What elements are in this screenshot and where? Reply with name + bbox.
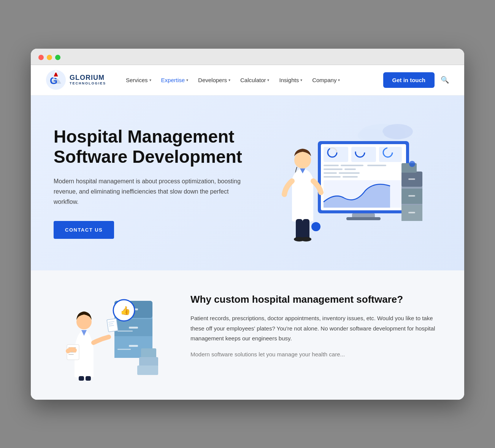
search-button[interactable]: 🔍 <box>441 76 449 84</box>
svg-point-6 <box>382 124 413 139</box>
why-text-1: Patient records, prescriptions, doctor a… <box>190 313 441 343</box>
svg-rect-28 <box>346 217 381 220</box>
chevron-down-icon: ▾ <box>267 78 269 82</box>
svg-rect-55 <box>141 348 156 358</box>
traffic-light-yellow[interactable] <box>47 55 52 60</box>
why-illustration: 👍 <box>54 289 168 381</box>
hero-svg <box>265 118 424 248</box>
svg-rect-12 <box>379 147 402 162</box>
nav-item-company[interactable]: Company ▾ <box>308 74 344 86</box>
svg-rect-35 <box>408 212 415 213</box>
svg-point-43 <box>409 161 415 167</box>
chevron-down-icon: ▾ <box>338 78 340 82</box>
nav-links: Services ▾ Expertise ▾ Developers ▾ Calc… <box>121 74 383 86</box>
chevron-down-icon: ▾ <box>300 78 302 82</box>
svg-rect-22 <box>324 172 337 174</box>
svg-rect-54 <box>117 349 131 350</box>
svg-rect-51 <box>129 345 138 347</box>
svg-rect-38 <box>296 219 303 240</box>
svg-point-7 <box>358 129 384 142</box>
contact-us-button[interactable]: CONTACT US <box>54 221 114 239</box>
hero-section: Hospital Management Software Development… <box>31 95 464 270</box>
svg-rect-24 <box>324 176 341 178</box>
svg-rect-65 <box>86 376 91 381</box>
logo-brand: GLORIUM <box>70 74 106 82</box>
svg-rect-25 <box>343 176 358 178</box>
logo-sub: TECHNOLOGIES <box>70 82 106 86</box>
traffic-light-green[interactable] <box>55 55 60 60</box>
chevron-down-icon: ▾ <box>228 78 230 82</box>
svg-rect-20 <box>324 168 343 170</box>
svg-rect-57 <box>137 365 158 375</box>
svg-rect-50 <box>129 327 138 329</box>
why-section: 👍 Why custom hospital management softwar… <box>31 270 464 400</box>
navbar: G GLORIUM TECHNOLOGIES Services ▾ Expert… <box>31 65 464 95</box>
svg-rect-34 <box>408 195 415 197</box>
svg-point-4 <box>55 70 57 73</box>
why-text-2: Modern software solutions let you manage… <box>190 350 441 359</box>
svg-rect-23 <box>339 172 360 174</box>
logo-icon: G <box>46 70 66 90</box>
svg-point-41 <box>301 237 311 241</box>
traffic-light-red[interactable] <box>38 55 44 60</box>
hero-description: Modern hospital management is about proc… <box>54 176 244 207</box>
svg-rect-33 <box>408 178 415 180</box>
nav-item-calculator[interactable]: Calculator ▾ <box>236 74 274 86</box>
svg-rect-19 <box>367 165 386 166</box>
nav-item-expertise[interactable]: Expertise ▾ <box>157 74 193 86</box>
svg-point-37 <box>294 152 311 168</box>
svg-text:👍: 👍 <box>120 305 131 316</box>
svg-rect-18 <box>341 165 363 166</box>
svg-rect-21 <box>344 168 356 170</box>
traffic-lights <box>38 55 457 60</box>
svg-rect-63 <box>68 354 74 355</box>
svg-rect-17 <box>324 165 339 166</box>
svg-rect-68 <box>107 318 118 332</box>
nav-item-developers[interactable]: Developers ▾ <box>194 74 235 86</box>
chevron-down-icon: ▾ <box>186 78 188 82</box>
svg-point-42 <box>311 222 320 231</box>
get-in-touch-button[interactable]: Get in touch <box>383 72 435 88</box>
chevron-down-icon: ▾ <box>149 78 151 82</box>
search-icon: 🔍 <box>441 76 449 84</box>
svg-rect-64 <box>79 376 84 381</box>
svg-rect-53 <box>117 330 133 332</box>
svg-rect-3 <box>53 76 59 78</box>
hero-title: Hospital Management Software Development <box>54 127 248 167</box>
logo-area[interactable]: G GLORIUM TECHNOLOGIES <box>46 70 106 90</box>
why-title: Why custom hospital management software? <box>190 293 441 306</box>
browser-window: G GLORIUM TECHNOLOGIES Services ▾ Expert… <box>31 49 464 400</box>
nav-item-insights[interactable]: Insights ▾ <box>274 74 307 86</box>
browser-chrome <box>31 49 464 65</box>
hero-content: Hospital Management Software Development… <box>54 127 248 238</box>
logo-text: GLORIUM TECHNOLOGIES <box>70 74 106 86</box>
svg-rect-56 <box>139 357 158 367</box>
why-content: Why custom hospital management software?… <box>190 289 441 360</box>
svg-rect-39 <box>303 219 309 240</box>
nav-item-services[interactable]: Services ▾ <box>121 74 156 86</box>
hero-illustration <box>248 118 441 248</box>
